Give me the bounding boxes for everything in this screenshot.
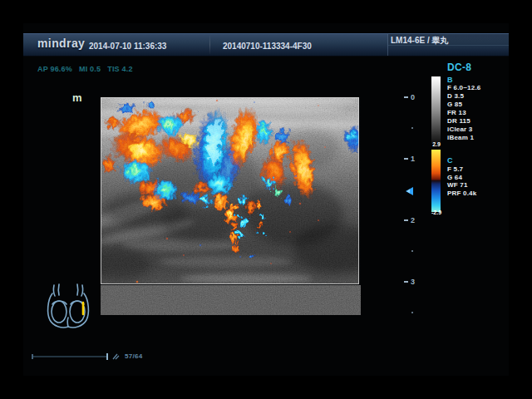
grayscale-bar bbox=[431, 76, 441, 144]
depth-halftick bbox=[411, 250, 413, 252]
cine-progress-bar[interactable] bbox=[31, 350, 122, 362]
header-divider bbox=[209, 36, 210, 54]
mindray-logo: mindray bbox=[37, 37, 85, 50]
c-param: G 64 bbox=[447, 174, 476, 182]
ap-value: AP 96.6% bbox=[37, 65, 72, 73]
b-param: iBeam 1 bbox=[447, 134, 480, 142]
orientation-marker: m bbox=[72, 91, 82, 104]
focus-marker-icon bbox=[406, 187, 413, 195]
depth-halftick bbox=[411, 127, 413, 129]
header-probe-section: LM14-6E / 睾丸 bbox=[387, 34, 509, 56]
cine-frame-counter: 57/64 bbox=[125, 352, 143, 360]
acoustic-output-row: AP 96.6% MI 0.5 TIS 4.2 bbox=[37, 65, 133, 73]
b-param: G 85 bbox=[447, 101, 480, 109]
system-model-label: DC-8 bbox=[447, 62, 471, 73]
doppler-color-bar bbox=[431, 150, 441, 212]
depth-tick: 3 bbox=[404, 278, 415, 286]
depth-halftick bbox=[411, 312, 413, 313]
c-param: WF 71 bbox=[447, 181, 476, 190]
depth-tick: 0 bbox=[404, 93, 415, 101]
header-bar: mindray 2014-07-10 11:36:33 20140710-113… bbox=[23, 33, 509, 57]
b-param: D 3.5 bbox=[447, 92, 480, 101]
b-param: iClear 3 bbox=[447, 126, 480, 134]
speckle-noise-2 bbox=[101, 97, 361, 315]
b-param: FR 13 bbox=[447, 109, 480, 117]
c-mode-label: C bbox=[447, 156, 453, 165]
datetime-text: 2014-07-10 11:36:33 bbox=[89, 42, 166, 51]
b-param: F 6.0~12.6 bbox=[447, 84, 480, 92]
header-subdivider bbox=[388, 45, 509, 46]
cine-loop-icon bbox=[113, 354, 119, 359]
velocity-min-label: -2.9 bbox=[426, 209, 447, 215]
mi-value: MI 0.5 bbox=[79, 65, 101, 73]
depth-ruler: 0 1 2 3 bbox=[404, 88, 426, 329]
velocity-max-label: 2.9 bbox=[428, 141, 445, 147]
c-param: PRF 0.4k bbox=[447, 190, 476, 198]
cine-bar[interactable]: 57/64 bbox=[31, 350, 143, 362]
c-mode-params: F 5.7 G 64 WF 71 PRF 0.4k bbox=[447, 165, 476, 197]
b-mode-label: B bbox=[447, 76, 453, 84]
depth-tick: 1 bbox=[404, 155, 415, 163]
b-mode-params: F 6.0~12.6 D 3.5 G 85 FR 13 DR 115 iClea… bbox=[447, 84, 480, 142]
ultrasound-monitor: mindray 2014-07-10 11:36:33 20140710-113… bbox=[0, 0, 532, 399]
tis-value: TIS 4.2 bbox=[107, 65, 132, 73]
body-marker-scrotum-icon[interactable] bbox=[42, 282, 96, 332]
b-param: DR 115 bbox=[447, 117, 480, 126]
ultrasound-image[interactable] bbox=[101, 97, 363, 315]
exam-id-text: 20140710-113334-4F30 bbox=[223, 42, 312, 51]
depth-tick: 2 bbox=[404, 216, 415, 224]
c-param: F 5.7 bbox=[447, 165, 476, 174]
